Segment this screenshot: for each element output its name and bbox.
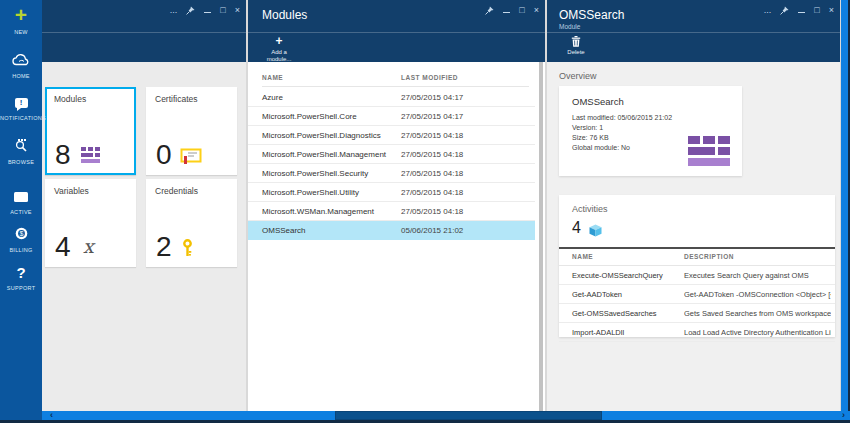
minimize-icon[interactable] [204,5,211,15]
close-icon[interactable]: × [534,4,539,16]
activity-name: Execute-OMSSearchQuery [572,271,663,280]
tile-variables[interactable]: Variables 4 x [45,179,136,267]
table-row[interactable]: Microsoft.PowerShell.Diagnostics 27/05/2… [248,126,535,145]
module-name: Microsoft.PowerShell.Security [262,169,368,178]
table-row[interactable]: Get-AADToken Get-AADToken -OMSConnection… [559,285,835,304]
pin-icon[interactable] [780,6,789,15]
table-row[interactable]: Execute-OMSSearchQuery Executes Search Q… [559,266,835,285]
overview-global-module: Global module: No [572,143,672,153]
module-modified: 27/05/2015 04:18 [401,207,463,216]
window-icon [14,192,28,202]
sidebar-item-label: NEW [0,29,42,35]
overview-version: Version: 1 [572,123,672,133]
minimize-icon[interactable] [503,5,510,15]
module-modified: 27/05/2015 04:18 [401,131,463,140]
vertical-scrollbar[interactable] [539,62,543,411]
certificate-icon [180,148,202,165]
delete-button[interactable]: Delete [561,36,591,56]
blade-header: OMSSearch Module ... □ × Delete [547,0,840,62]
overview-card[interactable]: OMSSearch Last modified: 05/06/2015 21:0… [559,86,742,176]
column-header-last-modified: LAST MODIFIED [401,74,458,81]
tile-label: Modules [54,94,86,104]
module-modified: 27/05/2015 04:18 [401,188,463,197]
table-row-selected[interactable]: OMSSearch 05/06/2015 21:02 [248,221,535,240]
table-row[interactable]: Microsoft.PowerShell.Management 27/05/20… [248,145,535,164]
blade-window-controls: □ × [485,4,539,16]
module-name: OMSSearch [262,226,306,235]
activities-table: Execute-OMSSearchQuery Executes Search Q… [559,266,835,342]
close-icon[interactable]: × [235,4,240,16]
maximize-icon[interactable]: □ [519,4,524,16]
table-row[interactable]: Microsoft.PowerShell.Utility 27/05/2015 … [248,183,535,202]
scrollbar-thumb[interactable] [335,411,602,420]
module-name: Microsoft.WSMan.Management [262,207,374,216]
module-modified: 27/05/2015 04:17 [401,112,463,121]
close-icon[interactable]: × [829,4,834,16]
table-row[interactable]: Get-OMSSavedSearches Gets Saved Searches… [559,304,835,323]
magnifier-icon [14,138,28,152]
ellipsis-icon[interactable]: ... [764,4,772,16]
blade-automation-account: ... □ × Modules 8 Certificates 0 Va [42,0,246,411]
sidebar-item-label: BILLING [0,247,42,253]
pin-icon[interactable] [485,6,494,15]
ellipsis-icon[interactable]: ... [170,4,178,16]
horizontal-scrollbar[interactable]: ‹ › [42,411,850,420]
sidebar-item-notifications[interactable]: ! NOTIFICATIONS [0,94,42,121]
overview-last-modified: Last modified: 05/06/2015 21:02 [572,113,672,123]
column-header-description: DESCRIPTION [684,253,734,260]
sidebar-item-billing[interactable]: $ BILLING [0,226,42,253]
sidebar-item-home[interactable]: HOME [0,52,42,79]
module-modified: 05/06/2015 21:02 [401,226,463,235]
overview-meta: Last modified: 05/06/2015 21:02 Version:… [572,113,672,153]
tile-modules[interactable]: Modules 8 [45,87,136,175]
module-name: Azure [262,93,283,102]
activities-card: Activities 4 NAME DESCRIPTION Execute-OM… [559,195,835,337]
pin-icon[interactable] [186,6,195,15]
activity-description: Load Load Active Directory Authenticatio… [684,328,831,337]
blade-title: OMSSearch [559,8,624,22]
tile-certificates[interactable]: Certificates 0 [146,87,237,175]
module-icon [81,147,100,163]
trash-icon [561,36,591,47]
sidebar-item-label: NOTIFICATIONS [0,115,42,121]
sidebar-item-support[interactable]: ? SUPPORT [0,264,42,291]
left-nav: + NEW HOME ! NOTIFICATIONS BROWSE ACTIVE [0,0,42,420]
question-icon: ? [16,264,25,281]
module-modified: 27/05/2015 04:18 [401,169,463,178]
add-module-button[interactable]: + Add a module... [262,36,296,63]
overview-size: Size: 76 KB [572,133,672,143]
sidebar-item-browse[interactable]: BROWSE [0,138,42,165]
table-row[interactable]: Microsoft.WSMan.Management 27/05/2015 04… [248,202,535,221]
sidebar-item-new[interactable]: + NEW [0,6,42,35]
tile-credentials[interactable]: Credentials 2 [146,179,237,267]
table-row[interactable]: Import-ADALDll Load Load Active Director… [559,323,835,342]
sidebar-item-active[interactable]: ACTIVE [0,188,42,215]
activities-section-label: Activities [572,204,608,214]
table-row[interactable]: Azure 27/05/2015 04:17 [248,88,535,107]
maximize-icon[interactable]: □ [220,4,225,16]
sidebar-item-label: BROWSE [0,159,42,165]
add-module-label-line1: Add a [271,49,287,55]
blade-omssearch: OMSSearch Module ... □ × Delete [547,0,840,411]
activity-name: Import-ADALDll [572,328,624,337]
minimize-icon[interactable] [798,5,805,15]
tile-label: Variables [54,186,89,196]
blade-window-controls: ... □ × [764,4,834,16]
column-header-name: NAME [572,253,593,260]
blade-window-controls: ... □ × [170,4,240,16]
exclamation-glyph: ! [15,98,28,108]
column-header-name: NAME [262,74,283,81]
activities-count: 4 [572,219,581,237]
blade-subtitle: Module [559,23,580,30]
maximize-icon[interactable]: □ [814,4,819,16]
table-row[interactable]: Microsoft.PowerShell.Core 27/05/2015 04:… [248,107,535,126]
blade-modules: Modules □ × + Add a module... NAME LAST … [248,0,545,411]
activities-table-header: NAME DESCRIPTION [559,249,835,266]
scrollbar-thumb[interactable] [539,62,543,411]
module-name: Microsoft.PowerShell.Utility [262,188,359,197]
blade-header: Modules □ × + Add a module... [248,0,545,62]
sidebar-item-label: SUPPORT [0,285,42,291]
table-row[interactable]: Microsoft.PowerShell.Security 27/05/2015… [248,164,535,183]
cloud-icon [12,54,31,66]
modules-table-header: NAME LAST MODIFIED [262,70,529,87]
